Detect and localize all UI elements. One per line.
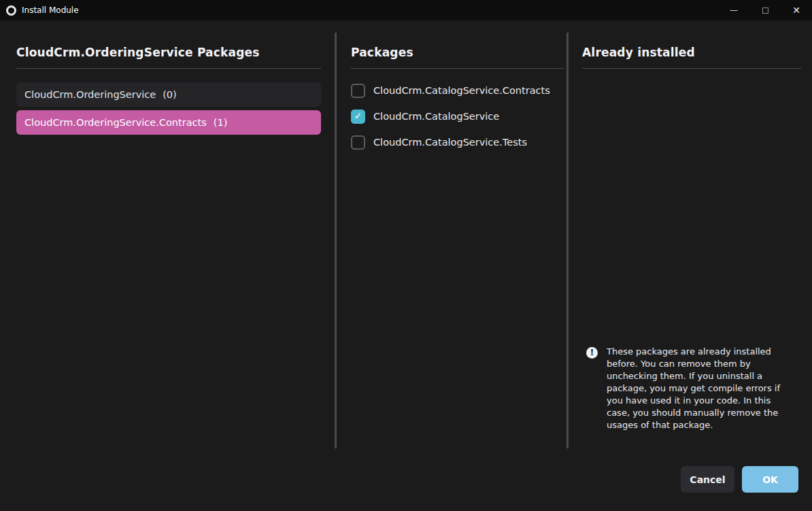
module-item-count: (0) xyxy=(163,89,177,100)
package-row-catalogservice-contracts[interactable]: ✓ CloudCrm.CatalogService.Contracts xyxy=(351,82,564,99)
vertical-divider xyxy=(566,33,569,448)
already-installed-note: ! These packages are already installed b… xyxy=(586,346,792,431)
divider xyxy=(351,68,564,69)
note-text: These packages are already installed bef… xyxy=(607,346,788,431)
checkbox[interactable]: ✓ xyxy=(351,110,365,124)
divider xyxy=(16,68,321,69)
close-button[interactable]: ✕ xyxy=(781,0,812,20)
cancel-button[interactable]: Cancel xyxy=(681,466,734,493)
package-label: CloudCrm.CatalogService.Contracts xyxy=(373,85,550,96)
package-label: CloudCrm.CatalogService.Tests xyxy=(373,137,527,148)
close-icon: ✕ xyxy=(792,5,800,16)
maximize-icon xyxy=(762,7,768,14)
maximize-button[interactable] xyxy=(749,0,781,20)
module-item-orderingservice-contracts[interactable]: CloudCrm.OrderingService.Contracts (1) xyxy=(16,110,321,135)
minimize-button[interactable]: — xyxy=(718,0,749,20)
module-packages-header: CloudCrm.OrderingService Packages xyxy=(16,33,321,61)
packages-panel: Packages ✓ CloudCrm.CatalogService.Contr… xyxy=(351,33,564,160)
module-packages-panel: CloudCrm.OrderingService Packages CloudC… xyxy=(16,33,321,138)
package-row-catalogservice-tests[interactable]: ✓ CloudCrm.CatalogService.Tests xyxy=(351,134,564,150)
info-icon: ! xyxy=(586,347,598,359)
packages-header: Packages xyxy=(351,33,564,61)
package-label: CloudCrm.CatalogService xyxy=(373,111,499,122)
minimize-icon: — xyxy=(730,5,738,15)
module-item-count: (1) xyxy=(214,117,228,128)
package-list: ✓ CloudCrm.CatalogService.Contracts ✓ Cl… xyxy=(351,82,564,150)
module-list: CloudCrm.OrderingService (0) CloudCrm.Or… xyxy=(16,82,321,135)
module-item-label: CloudCrm.OrderingService.Contracts xyxy=(24,117,207,128)
ok-button[interactable]: OK xyxy=(742,466,798,493)
checkbox[interactable]: ✓ xyxy=(351,135,365,150)
checkbox[interactable]: ✓ xyxy=(351,84,365,98)
already-installed-header: Already installed xyxy=(582,33,801,61)
app-logo-icon xyxy=(6,5,16,16)
module-item-label: CloudCrm.OrderingService xyxy=(24,89,156,100)
titlebar: Install Module — ✕ xyxy=(0,0,812,20)
module-item-orderingservice[interactable]: CloudCrm.OrderingService (0) xyxy=(16,82,321,107)
window-controls: — ✕ xyxy=(718,0,812,20)
footer-actions: Cancel OK xyxy=(681,466,798,493)
check-icon: ✓ xyxy=(354,110,362,121)
install-module-window: Install Module — ✕ CloudCrm.OrderingServ… xyxy=(0,0,812,511)
divider xyxy=(582,68,801,69)
window-title: Install Module xyxy=(22,5,79,15)
package-row-catalogservice[interactable]: ✓ CloudCrm.CatalogService xyxy=(351,108,564,125)
vertical-divider xyxy=(335,33,337,448)
